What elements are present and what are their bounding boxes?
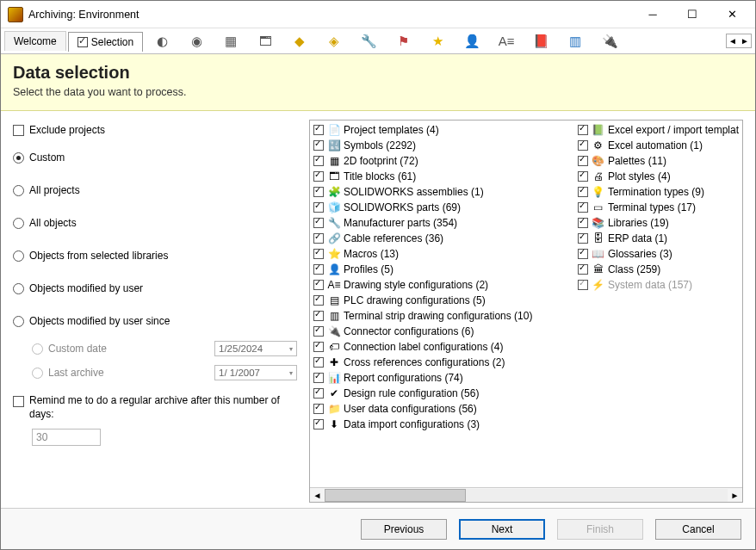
list-item[interactable]: ▤PLC drawing configurations (5) [313, 293, 578, 308]
toolbar-icon-6[interactable]: ◈ [322, 31, 346, 52]
list-item[interactable]: ⬇Data import configurations (3) [313, 417, 578, 432]
list-item[interactable]: 👤Profiles (5) [313, 262, 578, 277]
toolbar-icon-3[interactable]: ▦ [219, 31, 243, 52]
item-checkbox[interactable] [313, 156, 324, 166]
toolbar-icon-11[interactable]: A≡ [494, 31, 518, 52]
list-item[interactable]: 📁User data configurations (56) [313, 401, 578, 417]
toolbar-icon-2[interactable]: ◉ [184, 31, 208, 52]
item-checkbox[interactable] [313, 125, 324, 135]
item-checkbox[interactable] [313, 342, 324, 352]
item-checkbox[interactable] [313, 218, 324, 228]
previous-button[interactable]: Previous [361, 519, 447, 540]
last-archive-picker[interactable]: 1/ 1/2007 ▾ [214, 365, 297, 380]
list-item[interactable]: 🎨Palettes (11) [578, 153, 739, 169]
toolbar-icon-14[interactable]: 🔌 [598, 31, 622, 52]
radio-from-libs[interactable]: Objects from selected libraries [13, 250, 297, 262]
radio-mod-user-input[interactable] [13, 283, 24, 294]
toolbar-icon-4[interactable]: 🗔 [253, 31, 277, 52]
cancel-button[interactable]: Cancel [655, 519, 741, 540]
list-item[interactable]: ✔Design rule configuration (56) [313, 386, 578, 401]
list-item[interactable]: 📖Glossaries (3) [578, 246, 739, 262]
list-item[interactable]: 🏷Connection label configurations (4) [313, 339, 578, 355]
radio-mod-user-since[interactable]: Objects modified by user since [13, 315, 297, 327]
list-item[interactable]: ✚Cross references configurations (2) [313, 355, 578, 370]
list-item[interactable]: 💡Termination types (9) [578, 184, 739, 200]
item-checkbox[interactable] [313, 187, 324, 197]
list-item[interactable]: 🔌Connector configurations (6) [313, 324, 578, 339]
item-checkbox[interactable] [578, 233, 588, 244]
scrollbar-thumb[interactable] [325, 489, 466, 502]
item-checkbox[interactable] [313, 140, 324, 151]
toolbar-icon-9[interactable]: ★ [425, 31, 449, 52]
item-checkbox[interactable] [313, 295, 324, 306]
horizontal-scrollbar[interactable]: ◄ ► [310, 487, 742, 502]
radio-custom-input[interactable] [13, 152, 24, 164]
scrollbar-track[interactable] [325, 489, 728, 502]
radio-all-projects[interactable]: All projects [13, 184, 297, 196]
item-checkbox[interactable] [578, 140, 588, 151]
list-item[interactable]: 🗄ERP data (1) [578, 231, 739, 246]
toolbar-icon-12[interactable]: 📕 [529, 31, 553, 52]
radio-all-projects-input[interactable] [13, 185, 24, 196]
list-item[interactable]: ▭Terminal types (17) [578, 200, 739, 215]
toolbar-icon-5[interactable]: ◆ [288, 31, 312, 52]
exclude-projects-row[interactable]: Exclude projects [13, 124, 297, 136]
remind-days-input[interactable]: 30 [32, 429, 101, 446]
list-item[interactable]: ⚙Excel automation (1) [578, 138, 739, 153]
radio-mod-user[interactable]: Objects modified by user [13, 282, 297, 294]
list-item[interactable]: 🏛Class (259) [578, 262, 739, 277]
list-item[interactable]: ▦2D footprint (72) [313, 153, 578, 169]
maximize-button[interactable]: ☐ [672, 3, 712, 27]
item-checkbox[interactable] [578, 202, 588, 213]
scroll-right-button[interactable]: ► [728, 491, 742, 500]
toolbar-icon-8[interactable]: ⚑ [391, 31, 415, 52]
radio-from-libs-input[interactable] [13, 250, 24, 262]
minimize-button[interactable]: ─ [633, 3, 672, 27]
list-item[interactable]: 🔗Cable references (36) [313, 231, 578, 246]
item-checkbox[interactable] [313, 419, 324, 429]
list-item[interactable]: A≡Drawing style configurations (2) [313, 277, 578, 293]
list-item[interactable]: 🔣Symbols (2292) [313, 138, 578, 153]
item-checkbox[interactable] [313, 404, 324, 414]
tab-scroll-arrows[interactable]: ◄ ► [726, 34, 752, 48]
item-checkbox[interactable] [313, 326, 324, 337]
item-checkbox[interactable] [313, 171, 324, 182]
list-scroll-area[interactable]: 📄Project templates (4)🔣Symbols (2292)▦2D… [310, 121, 742, 487]
toolbar-icon-7[interactable]: 🔧 [356, 31, 381, 52]
list-item[interactable]: ⚡System data (157) [578, 277, 739, 293]
list-item[interactable]: 🖨Plot styles (4) [578, 169, 739, 184]
item-checkbox[interactable] [313, 233, 324, 244]
tab-welcome[interactable]: Welcome [4, 31, 66, 51]
toolbar-icon-13[interactable]: ▥ [563, 31, 587, 52]
list-item[interactable]: ▥Terminal strip drawing configurations (… [313, 308, 578, 324]
item-checkbox[interactable] [578, 280, 588, 290]
item-checkbox[interactable] [313, 249, 324, 259]
radio-all-objects[interactable]: All objects [13, 217, 297, 229]
remind-row[interactable]: Remind me to do a regular archive after … [13, 394, 297, 421]
list-item[interactable]: ⭐Macros (13) [313, 246, 578, 262]
scroll-left-button[interactable]: ◄ [310, 491, 325, 500]
list-item[interactable]: 📗Excel export / import templat [578, 122, 739, 138]
toolbar-icon-10[interactable]: 👤 [460, 31, 484, 52]
toolbar-icon-1[interactable]: ◐ [150, 31, 174, 52]
radio-mod-user-since-input[interactable] [13, 316, 24, 327]
item-checkbox[interactable] [578, 264, 588, 275]
remind-checkbox[interactable] [13, 396, 24, 407]
item-checkbox[interactable] [313, 388, 324, 399]
list-item[interactable]: 🧩SOLIDWORKS assemblies (1) [313, 184, 578, 200]
tab-selection[interactable]: Selection [68, 32, 143, 52]
item-checkbox[interactable] [313, 311, 324, 321]
list-item[interactable]: 📊Report configurations (74) [313, 370, 578, 386]
item-checkbox[interactable] [578, 249, 588, 259]
close-button[interactable]: ✕ [712, 3, 752, 27]
list-item[interactable]: 📄Project templates (4) [313, 122, 578, 138]
item-checkbox[interactable] [313, 373, 324, 383]
item-checkbox[interactable] [313, 264, 324, 275]
radio-custom[interactable]: Custom [13, 151, 297, 164]
item-checkbox[interactable] [313, 202, 324, 213]
item-checkbox[interactable] [578, 125, 588, 135]
list-item[interactable]: 🧊SOLIDWORKS parts (69) [313, 200, 578, 215]
arrow-left-icon[interactable]: ◄ [727, 34, 739, 47]
list-item[interactable]: 📚Libraries (19) [578, 215, 739, 231]
radio-all-objects-input[interactable] [13, 218, 24, 229]
